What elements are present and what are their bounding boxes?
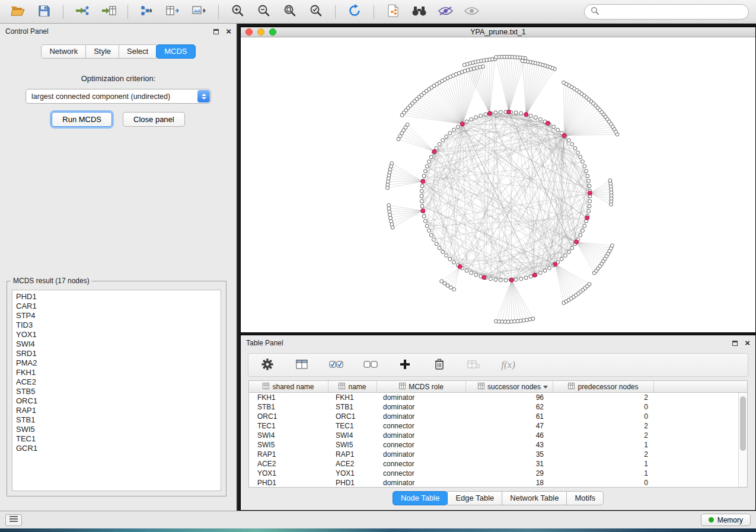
save-button[interactable] bbox=[33, 3, 55, 21]
tab-motifs[interactable]: Motifs bbox=[566, 491, 604, 505]
deselect-all-button[interactable] bbox=[360, 356, 381, 374]
mcds-result-item[interactable]: YOX1 bbox=[16, 330, 221, 339]
column-type-icon bbox=[263, 383, 269, 391]
mcds-result-item[interactable]: SWI5 bbox=[16, 425, 221, 434]
mcds-result-item[interactable]: TID3 bbox=[16, 321, 221, 330]
zoom-fit-icon bbox=[283, 4, 296, 19]
table-row[interactable]: FKH1FKH1dominator962 bbox=[249, 393, 738, 402]
tab-mcds[interactable]: MCDS bbox=[156, 44, 195, 59]
mcds-result-item[interactable]: TEC1 bbox=[16, 434, 221, 444]
table-tabs: Node Table Edge Table Network Table Moti… bbox=[241, 491, 755, 505]
export-table-button[interactable] bbox=[162, 3, 184, 21]
eye-slash-icon bbox=[438, 6, 453, 18]
mcds-result-list[interactable]: PHD1CAR1STP4TID3YOX1SWI4SRD1PMA2FKH1ACE2… bbox=[12, 290, 221, 491]
mcds-result-item[interactable]: FKH1 bbox=[16, 368, 221, 377]
table-scrollbar[interactable] bbox=[738, 393, 747, 487]
zoom-selected-button[interactable] bbox=[305, 3, 327, 21]
column-header-predecessor-nodes[interactable]: predecessor nodes bbox=[553, 381, 654, 392]
tab-network-table[interactable]: Network Table bbox=[502, 491, 567, 505]
table-row[interactable]: STB1STB1dominator620 bbox=[249, 402, 738, 412]
tab-node-table[interactable]: Node Table bbox=[393, 491, 448, 505]
mcds-result-item[interactable]: CAR1 bbox=[16, 302, 221, 311]
mcds-result-item[interactable]: ORC1 bbox=[16, 396, 221, 406]
table-cell: RAP1 bbox=[249, 450, 328, 459]
search-input[interactable] bbox=[602, 8, 742, 16]
zoom-out-button[interactable] bbox=[253, 3, 275, 21]
tab-style[interactable]: Style bbox=[85, 44, 119, 59]
table-row[interactable]: YOX1YOX1connector291 bbox=[249, 469, 738, 478]
run-mcds-button[interactable]: Run MCDS bbox=[52, 112, 112, 127]
table-cell: SWI4 bbox=[328, 431, 377, 440]
mcds-result-item[interactable]: PHD1 bbox=[16, 292, 221, 302]
mcds-result-item[interactable]: SRD1 bbox=[16, 349, 221, 358]
export-network-button[interactable] bbox=[136, 3, 158, 21]
mcds-result-item[interactable]: RAP1 bbox=[16, 406, 221, 415]
main-toolbar bbox=[0, 0, 756, 24]
sort-chevron-icon[interactable] bbox=[543, 386, 548, 389]
open-folder-button[interactable] bbox=[7, 3, 28, 21]
search-box[interactable] bbox=[584, 4, 749, 20]
open-folder-icon bbox=[11, 5, 25, 18]
delete-table-button[interactable] bbox=[463, 356, 484, 374]
delete-column-button[interactable] bbox=[429, 356, 450, 374]
add-column-button[interactable] bbox=[394, 356, 416, 374]
close-panel-icon[interactable]: × bbox=[226, 28, 231, 34]
status-bar: Memory bbox=[0, 511, 756, 528]
import-table-button[interactable] bbox=[98, 3, 119, 21]
table-row[interactable]: ACE2ACE2connector311 bbox=[249, 459, 738, 469]
network-titlebar[interactable]: YPA_prune.txt_1 bbox=[241, 27, 755, 37]
table-row[interactable]: TEC1TEC1connector472 bbox=[249, 421, 738, 431]
table-row[interactable]: PHD1PHD1dominator180 bbox=[249, 478, 738, 487]
export-document-icon bbox=[387, 4, 399, 19]
criterion-dropdown[interactable]: largest connected component (undirected) bbox=[25, 89, 211, 104]
mcds-result-item[interactable]: STB5 bbox=[16, 387, 221, 396]
mcds-result-item[interactable]: SWI4 bbox=[16, 339, 221, 349]
memory-status-icon bbox=[709, 517, 714, 523]
column-header-mcds-role[interactable]: MCDS role bbox=[377, 381, 466, 392]
import-network-button[interactable] bbox=[72, 3, 93, 21]
tab-edge-table[interactable]: Edge Table bbox=[447, 491, 502, 505]
scrollbar-thumb[interactable] bbox=[740, 396, 746, 451]
mcds-result-item[interactable]: PMA2 bbox=[16, 358, 221, 368]
table-cell: SWI5 bbox=[249, 440, 328, 450]
float-table-panel-icon[interactable] bbox=[732, 341, 738, 346]
refresh-button[interactable] bbox=[344, 3, 365, 21]
criterion-value: largest connected component (undirected) bbox=[31, 92, 170, 101]
tab-network[interactable]: Network bbox=[41, 44, 86, 59]
table-row[interactable]: ORC1ORC1dominator610 bbox=[249, 412, 738, 421]
table-cell: ACE2 bbox=[328, 459, 377, 469]
memory-button[interactable]: Memory bbox=[701, 514, 751, 526]
zoom-in-button[interactable] bbox=[227, 3, 248, 21]
close-table-panel-icon[interactable]: × bbox=[745, 340, 750, 346]
mcds-result-item[interactable]: STB1 bbox=[16, 415, 221, 425]
export-network-icon bbox=[140, 5, 154, 18]
export-image-button[interactable] bbox=[189, 3, 210, 21]
export-document-button[interactable] bbox=[382, 3, 404, 21]
table-settings-button[interactable] bbox=[257, 356, 278, 374]
column-header-successor-nodes[interactable]: successor nodes bbox=[466, 381, 553, 392]
show-columns-button[interactable] bbox=[291, 356, 312, 374]
mcds-result-item[interactable]: ACE2 bbox=[16, 377, 221, 387]
task-history-button[interactable] bbox=[5, 514, 22, 526]
table-cell: FKH1 bbox=[249, 393, 328, 402]
column-header-name[interactable]: name bbox=[328, 381, 377, 392]
close-panel-button[interactable]: Close panel bbox=[123, 112, 185, 127]
column-header-shared-name[interactable]: shared name bbox=[249, 381, 328, 392]
show-all-button[interactable] bbox=[461, 3, 482, 21]
column-type-icon bbox=[568, 383, 575, 391]
hide-selected-button[interactable] bbox=[435, 3, 456, 21]
table-row[interactable]: SWI4SWI4dominator462 bbox=[249, 431, 738, 440]
table-row[interactable]: SWI5SWI5connector431 bbox=[249, 440, 738, 450]
find-button[interactable] bbox=[409, 3, 430, 21]
function-builder-button[interactable]: f(x) bbox=[497, 356, 519, 374]
mcds-result-item[interactable]: STP4 bbox=[16, 311, 221, 321]
zoom-fit-button[interactable] bbox=[279, 3, 301, 21]
table-row[interactable]: RAP1RAP1dominator352 bbox=[249, 450, 738, 459]
float-panel-icon[interactable] bbox=[213, 29, 219, 34]
network-graph[interactable] bbox=[241, 37, 755, 332]
column-type-icon bbox=[339, 383, 345, 391]
select-all-button[interactable] bbox=[326, 356, 347, 374]
mcds-result-item[interactable]: GCR1 bbox=[16, 444, 221, 453]
network-canvas[interactable] bbox=[241, 37, 755, 332]
tab-select[interactable]: Select bbox=[119, 44, 157, 59]
